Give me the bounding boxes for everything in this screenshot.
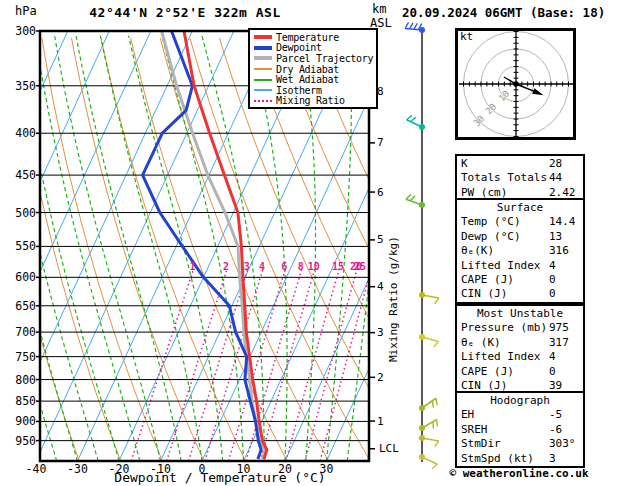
wind-barb-part: [434, 341, 438, 346]
table-row: Temp (°C)14.4: [461, 215, 583, 229]
km-tick-label: 5: [377, 233, 384, 246]
pressure-unit-label: hPa: [15, 4, 37, 18]
pressure-tick-label: 700: [8, 325, 36, 339]
table-row-label: θₑ(K): [461, 244, 494, 257]
wind-barb-part: [406, 199, 422, 205]
table-row-label: CAPE (J): [461, 273, 514, 286]
altitude-unit-label: km: [372, 2, 386, 16]
table-row-label: CAPE (J): [461, 365, 514, 378]
table-row-label: Temp (°C): [461, 215, 521, 228]
mixing-ratio-label: 25: [351, 261, 369, 272]
mixing-ratio-line: [246, 269, 302, 461]
temp-tick-label: -10: [144, 462, 178, 476]
legend-item: Mixing Ratio: [252, 96, 376, 107]
table-row-label: Lifted Index: [461, 350, 540, 363]
pressure-tick-label: 600: [8, 270, 36, 284]
wind-barb-part: [436, 398, 437, 405]
mixing-ratio-label: 10: [305, 261, 323, 272]
table-row-value: 0: [549, 365, 556, 379]
temp-tick-label: 10: [227, 462, 261, 476]
pressure-tick-label: 550: [8, 239, 36, 253]
temp-tick-label: -30: [61, 462, 95, 476]
copyright: © weatheronline.co.uk: [444, 467, 594, 480]
table-row-label: θₑ (K): [461, 336, 501, 349]
table-row-value: 28: [549, 157, 562, 171]
pressure-tick-label: 450: [8, 168, 36, 182]
mixing-ratio-line: [260, 269, 315, 461]
table-row: Dewp (°C)13: [461, 230, 583, 244]
datetime-label: 20.09.2024 06GMT (Base: 18): [402, 5, 605, 20]
surface-table: SurfaceTemp (°C)14.4Dewp (°C)13θₑ(K)316L…: [455, 198, 585, 304]
pressure-tick-label: 400: [8, 126, 36, 140]
table-row: StmDir303°: [461, 437, 583, 451]
mixing-ratio-label: 1: [183, 261, 201, 272]
km-tick-label: 4: [377, 280, 384, 293]
legend-item: Wet Adiabat: [252, 74, 376, 85]
table-row-label: EH: [461, 408, 474, 421]
table-row-value: 975: [549, 321, 569, 335]
legend-item: Temperature: [252, 32, 376, 43]
temp-tick-label: -20: [102, 462, 136, 476]
temp-tick-label: -40: [19, 462, 53, 476]
legend-item-label: Mixing Ratio: [276, 95, 345, 106]
table-row: EH-5: [461, 408, 583, 422]
wind-barb-part: [433, 422, 434, 429]
mixing-ratio-label: 4: [253, 261, 271, 272]
legend-item: Parcel Trajectory: [252, 53, 376, 64]
pressure-tick-label: 950: [8, 434, 36, 448]
hodograph-unit-label: kt: [460, 30, 473, 43]
legend-item: Dewpoint: [252, 43, 376, 54]
table-row-label: Totals Totals: [461, 171, 547, 184]
wind-barb: [405, 22, 425, 33]
sounding-page: { "header": { "pressure_unit_label": "hP…: [0, 0, 629, 486]
table-row-value: -6: [549, 423, 562, 437]
table-row: StmSpd (kt)3: [461, 452, 583, 466]
wind-barb-part: [435, 298, 439, 304]
table-row-label: CIN (J): [461, 287, 507, 300]
mixing-ratio-line: [320, 269, 371, 461]
wind-barb-part: [437, 420, 438, 427]
wind-barb-part: [407, 120, 422, 127]
table-title: Surface: [461, 201, 583, 215]
table-row-value: 317: [549, 336, 569, 350]
mixing-ratio-label: 2: [217, 261, 235, 272]
pressure-tick-label: 750: [8, 350, 36, 364]
wind-barb-part: [409, 23, 413, 29]
km-tick-label: 6: [377, 186, 384, 199]
table-row-label: StmSpd (kt): [461, 452, 534, 465]
table-row-value: 316: [549, 244, 569, 258]
table-row: Lifted Index4: [461, 350, 583, 364]
temp-tick-label: 30: [310, 462, 344, 476]
legend-swatch: [254, 35, 272, 39]
km-tick-label: 2: [377, 371, 384, 384]
wind-barb-part: [422, 457, 437, 464]
legend-item-label: Parcel Trajectory: [276, 53, 373, 64]
table-row: CIN (J)0: [461, 287, 583, 301]
page-title: 42°44'N 2°52'E 322m ASL: [40, 5, 330, 20]
legend-item-label: Temperature: [276, 32, 339, 43]
wind-barb-part: [410, 196, 415, 201]
table-row: Totals Totals44: [461, 171, 583, 185]
table-row-value: 303°: [549, 437, 576, 451]
most-unstable-table: Most UnstablePressure (mb)975θₑ (K)317Li…: [455, 304, 585, 395]
temp-tick-label: 20: [268, 462, 302, 476]
legend-swatch: [254, 100, 272, 102]
table-row: Lifted Index4: [461, 259, 583, 273]
lcl-label: LCL: [379, 442, 399, 455]
hodograph-table: HodographEH-5SREH-6StmDir303°StmSpd (kt)…: [455, 391, 585, 468]
legend-swatch: [254, 79, 272, 81]
wind-barb-part: [435, 441, 439, 447]
table-row: K28: [461, 157, 583, 171]
km-tick-label: 3: [377, 326, 384, 339]
wind-barb-part: [406, 194, 411, 199]
km-tick-label: 1: [377, 415, 384, 428]
table-row-label: PW (cm): [461, 186, 507, 199]
pressure-tick-label: 650: [8, 299, 36, 313]
legend-item: Isotherm: [252, 85, 376, 96]
table-row-value: 44: [549, 171, 562, 185]
legend-swatch: [254, 89, 272, 91]
wind-barb-part: [405, 22, 409, 28]
wet-adiabat-line: [55, 36, 161, 461]
table-row-value: 13: [549, 230, 562, 244]
table-row-value: -5: [549, 408, 562, 422]
